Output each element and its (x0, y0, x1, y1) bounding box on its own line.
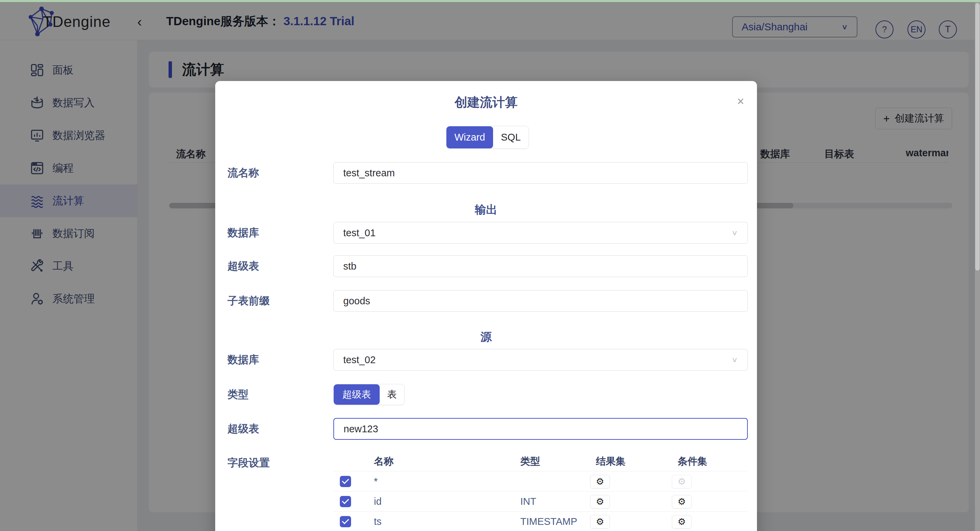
fields-col-name: 名称 (374, 455, 394, 471)
result-set-gear-button[interactable]: ⚙ (590, 475, 610, 488)
source-stable-input[interactable] (333, 418, 748, 440)
source-db-select[interactable]: test_02 ∨ (333, 349, 748, 371)
chevron-down-icon: ∨ (732, 229, 738, 237)
vertical-scrollbar[interactable] (975, 2, 980, 531)
modal-close-button[interactable]: × (734, 95, 748, 108)
field-name: id (374, 491, 382, 512)
stream-name-input[interactable] (333, 162, 748, 184)
output-db-select[interactable]: test_01 ∨ (333, 222, 748, 244)
field-type: TIMESTAMP (520, 512, 577, 531)
result-set-gear-button[interactable]: ⚙ (590, 515, 610, 529)
gear-icon: ⚙ (678, 517, 686, 527)
fields-settings-label: 字段设置 (228, 455, 270, 471)
close-icon: × (737, 94, 744, 108)
create-stream-modal: 创建流计算 × Wizard SQL 流名称 输出 数据库 test_01 ∨ … (215, 81, 757, 531)
stream-name-label: 流名称 (228, 162, 259, 184)
source-type-label: 类型 (228, 384, 248, 405)
gear-icon: ⚙ (678, 476, 686, 487)
top-strip (0, 0, 980, 2)
fields-col-condition: 条件集 (678, 455, 707, 471)
field-name: * (374, 471, 378, 491)
section-output: 输出 (215, 202, 757, 218)
type-option-stable[interactable]: 超级表 (334, 384, 380, 405)
condition-set-gear-button[interactable]: ⚙ (672, 515, 692, 529)
gear-icon: ⚙ (596, 476, 604, 487)
fields-col-result: 结果集 (596, 455, 625, 471)
condition-set-gear-button: ⚙ (672, 475, 692, 488)
gear-icon: ⚙ (678, 496, 686, 507)
app-screen: TDengine ‹ TDengine服务版本： 3.1.1.12 Trial … (0, 0, 980, 531)
modal-title: 创建流计算 (215, 94, 757, 111)
mode-tabs: Wizard SQL (446, 126, 529, 149)
section-source: 源 (215, 329, 757, 345)
source-db-value: test_02 (343, 355, 375, 366)
source-db-label: 数据库 (228, 349, 259, 371)
subtable-prefix-label: 子表前缀 (228, 290, 270, 312)
field-row-star: * ⚙ ⚙ (333, 471, 748, 491)
tab-sql[interactable]: SQL (493, 126, 528, 148)
field-row-id: id INT ⚙ ⚙ (333, 491, 748, 512)
gear-icon: ⚙ (596, 517, 604, 527)
source-type-toggle: 超级表 表 (333, 384, 404, 405)
gear-icon: ⚙ (596, 496, 604, 507)
output-db-value: test_01 (343, 227, 375, 238)
vertical-scrollbar-thumb[interactable] (975, 3, 980, 270)
field-type: INT (520, 491, 536, 512)
result-set-gear-button[interactable]: ⚙ (590, 495, 610, 509)
field-checkbox[interactable] (340, 496, 351, 507)
field-checkbox[interactable] (340, 516, 351, 527)
fields-col-type: 类型 (520, 455, 540, 471)
field-row-ts: ts TIMESTAMP ⚙ ⚙ (333, 512, 748, 531)
chevron-down-icon: ∨ (732, 356, 738, 364)
output-stable-label: 超级表 (228, 255, 259, 277)
field-checkbox[interactable] (340, 476, 351, 487)
output-stable-input[interactable] (333, 255, 748, 277)
condition-set-gear-button[interactable]: ⚙ (672, 495, 692, 509)
type-option-table[interactable]: 表 (380, 384, 404, 405)
tab-wizard[interactable]: Wizard (446, 126, 493, 148)
field-name: ts (374, 512, 382, 531)
source-stable-label: 超级表 (228, 418, 259, 440)
subtable-prefix-input[interactable] (333, 290, 748, 312)
output-db-label: 数据库 (228, 222, 259, 244)
